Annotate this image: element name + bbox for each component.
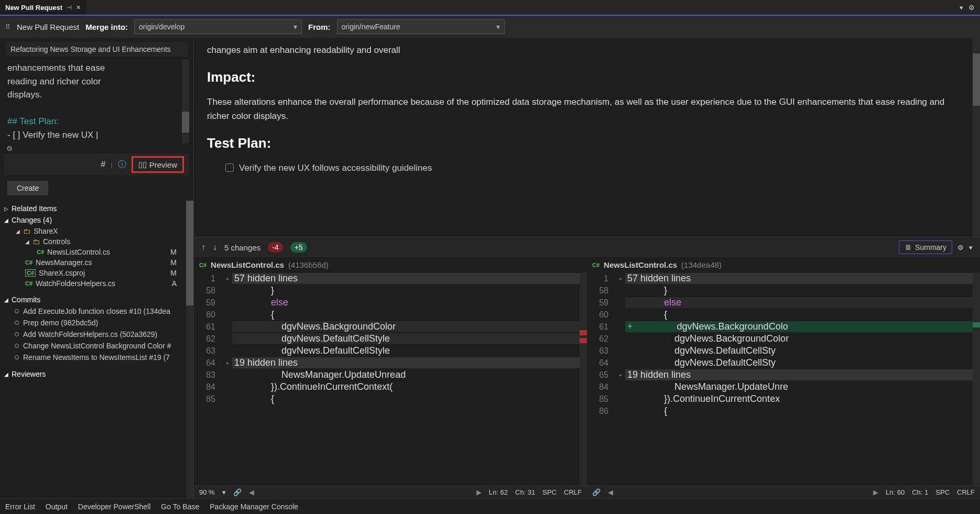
merge-into-dropdown[interactable]: origin/develop ▾	[134, 19, 302, 34]
dropdown-icon[interactable]: ▾	[960, 4, 963, 12]
folder-row[interactable]: ◢🗀Controls	[0, 236, 186, 247]
cs-icon: C#	[37, 249, 44, 255]
footer-item[interactable]: Output	[46, 502, 68, 511]
csproj-icon: C#	[25, 269, 36, 277]
code-line[interactable]: 83 NewsManager.UpdateUnread	[194, 369, 580, 381]
diff-right: C# NewsListControl.cs (134dea48) 1+57 hi…	[587, 257, 980, 498]
code-line[interactable]: 59 else	[587, 297, 973, 309]
code-line[interactable]: 58 }	[587, 285, 973, 297]
status-bar-right: 🔗 ◀ ▶ Ln: 60 Ch: 1 SPC CRLF	[587, 486, 980, 498]
right-pane: changes aim at enhancing readability and…	[194, 38, 980, 498]
code-line[interactable]: 60 {	[587, 309, 973, 321]
pin-icon[interactable]: ⊣	[67, 4, 72, 11]
code-line[interactable]: 84 }).ContinueInCurrentContext(	[194, 381, 580, 393]
task-item: Verify the new UX follows accessibility …	[207, 161, 967, 175]
code-line[interactable]: 62 dgvNews.DefaultCellStyle	[194, 333, 580, 345]
added-badge: +5	[290, 242, 307, 253]
code-line[interactable]: 1+57 hidden lines	[194, 272, 580, 285]
file-row[interactable]: C#NewsManager.csM	[0, 257, 186, 268]
npr-label: New Pull Request	[17, 23, 79, 31]
code-line[interactable]: 58 }	[194, 285, 580, 297]
commit-row[interactable]: Change NewsListControl Background Color …	[0, 340, 186, 352]
folder-row[interactable]: ◢🗀ShareX	[0, 226, 186, 236]
pr-icon: ⠿	[5, 23, 10, 31]
summary-button[interactable]: 🗎 Summary	[899, 240, 952, 254]
scroll-left-icon[interactable]: ◀	[608, 488, 613, 496]
footer-item[interactable]: Error List	[5, 502, 35, 511]
merge-into-label: Merge into:	[85, 23, 128, 31]
scrollbar[interactable]	[182, 59, 189, 144]
scrollbar[interactable]	[186, 201, 193, 498]
footer: Error ListOutputDeveloper PowerShellGo T…	[0, 498, 980, 514]
code-line[interactable]: 61 dgvNews.BackgroundColor	[194, 321, 580, 333]
code-line[interactable]: 84 NewsManager.UpdateUnre	[587, 381, 973, 393]
commit-row[interactable]: Prep demo (982bdc5d)	[0, 317, 186, 329]
file-row[interactable]: C#ShareX.csprojM	[0, 268, 186, 278]
status-bar-left: 90 %▾ 🔗 ◀ ▶ Ln: 62 Ch: 31 SPC CRLF	[194, 486, 587, 498]
footer-item[interactable]: Go To Base	[161, 502, 199, 511]
tab-active[interactable]: New Pull Request ⊣ ✕	[0, 0, 86, 15]
code-line[interactable]: 61+ dgvNews.BackgroundColo	[587, 321, 973, 333]
left-pane: Refactoring News Storage and UI Enhancem…	[0, 38, 194, 498]
code-line[interactable]: 86 {	[587, 405, 973, 417]
doc-icon: 🗎	[905, 243, 912, 251]
commits-section[interactable]: ◢Commits	[0, 294, 186, 305]
toolbar: ⠿ New Pull Request Merge into: origin/de…	[0, 16, 980, 38]
file-row[interactable]: C#WatchFoldersHelpers.csA	[0, 278, 186, 289]
testplan-heading: Test Plan:	[207, 133, 967, 155]
tab-title: New Pull Request	[5, 4, 62, 12]
code-line[interactable]: 59 else	[194, 297, 580, 309]
scrollbar[interactable]	[973, 38, 980, 237]
code-line[interactable]: 1+57 hidden lines	[587, 272, 973, 285]
gear-icon[interactable]: ⚙	[968, 4, 975, 12]
code-line[interactable]: 85 {	[194, 393, 580, 405]
gear-icon[interactable]: ⚙	[957, 244, 964, 251]
related-items-section[interactable]: ▷Related Items	[0, 203, 186, 214]
folder-icon: 🗀	[32, 237, 40, 246]
minimap[interactable]	[973, 272, 980, 486]
chevron-down-icon[interactable]: ▾	[969, 244, 973, 251]
tab-bar: New Pull Request ⊣ ✕ ▾ ⚙	[0, 0, 980, 16]
info-icon[interactable]: ⓘ	[118, 159, 126, 170]
tree-content: ▷Related Items ◢Changes (4) ◢🗀ShareX ◢🗀C…	[0, 201, 186, 498]
file-row[interactable]: C#NewsListControl.csM	[0, 247, 186, 257]
preview-button[interactable]: ▯▯ Preview	[132, 156, 184, 173]
arrow-up-icon[interactable]: ↑	[201, 243, 205, 252]
arrow-down-icon[interactable]: ↓	[213, 243, 217, 252]
commit-row[interactable]: Add WatchFoldersHelpers.cs (502a3629)	[0, 329, 186, 340]
footer-item[interactable]: Package Manager Console	[210, 502, 298, 511]
commit-row[interactable]: Rename NewsItems to NewsItemsList #19 (7	[0, 352, 186, 363]
footer-item[interactable]: Developer PowerShell	[78, 502, 151, 511]
diff-left: C# NewsListControl.cs (4136b56d) 1+57 hi…	[194, 257, 587, 498]
minimap[interactable]	[580, 272, 587, 486]
scroll-right-icon[interactable]: ▶	[476, 488, 482, 496]
code-line[interactable]: 62 dgvNews.BackgroundColor	[587, 333, 973, 345]
code-line[interactable]: 60 {	[194, 309, 580, 321]
changes-section[interactable]: ◢Changes (4)	[0, 214, 186, 226]
commit-dot-icon	[15, 309, 19, 313]
cs-icon: C#	[199, 262, 206, 268]
chevron-down-icon: ▾	[293, 23, 297, 31]
nav-icon[interactable]: 🔗	[233, 488, 242, 496]
create-button[interactable]: Create	[7, 181, 48, 195]
description-textarea[interactable]: enhancements that easereading and richer…	[4, 59, 182, 144]
commit-dot-icon	[15, 344, 19, 348]
code-line[interactable]: 85 }).ContinueInCurrentContex	[587, 393, 973, 405]
code-line[interactable]: 65+19 hidden lines	[587, 369, 973, 381]
nav-icon[interactable]: 🔗	[592, 488, 601, 496]
code-line[interactable]: 63 dgvNews.DefaultCellStyle	[194, 345, 580, 357]
cs-icon: C#	[25, 259, 32, 266]
scroll-left-icon[interactable]: ◀	[249, 488, 254, 496]
commit-row[interactable]: Add ExecuteJob function closes #10 (134d…	[0, 305, 186, 317]
from-dropdown[interactable]: origin/newFeature ▾	[337, 19, 505, 34]
scroll-right-icon[interactable]: ▶	[873, 488, 878, 496]
changes-count: 5 changes	[224, 243, 260, 252]
code-line[interactable]: 64+19 hidden lines	[194, 357, 580, 369]
hash-icon[interactable]: #	[101, 160, 105, 169]
close-icon[interactable]: ✕	[76, 4, 81, 11]
reviewers-section[interactable]: ◢Reviewers	[0, 368, 186, 380]
code-line[interactable]: 63 dgvNews.DefaultCellSty	[587, 345, 973, 357]
code-line[interactable]: 64 dgvNews.DefaultCellSty	[587, 357, 973, 369]
pr-title-input[interactable]: Refactoring News Storage and UI Enhancem…	[5, 42, 188, 57]
checkbox[interactable]	[225, 163, 234, 172]
